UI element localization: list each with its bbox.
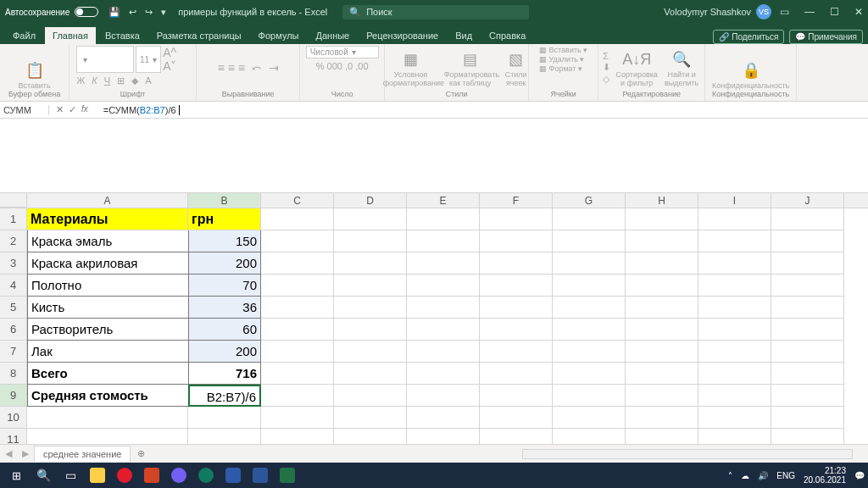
cell[interactable]: [698, 297, 771, 319]
privacy-button[interactable]: 🔒Конфиденциальность: [712, 59, 789, 90]
cell[interactable]: [188, 429, 261, 444]
bold-button[interactable]: Ж: [76, 75, 85, 86]
cell[interactable]: [407, 385, 480, 407]
tray-lang[interactable]: ENG: [776, 471, 795, 480]
cell[interactable]: [407, 230, 480, 252]
tray-chevron-icon[interactable]: ˄: [728, 471, 732, 480]
cell[interactable]: [626, 208, 698, 230]
col-header-H[interactable]: H: [626, 193, 698, 208]
cell[interactable]: [334, 407, 407, 429]
cell[interactable]: [334, 230, 407, 252]
cell[interactable]: [553, 252, 626, 274]
col-header-E[interactable]: E: [407, 193, 480, 208]
cell[interactable]: [407, 407, 480, 429]
cell[interactable]: [553, 407, 626, 429]
cell[interactable]: [771, 208, 844, 230]
row-header[interactable]: 4: [0, 274, 27, 297]
cell-B1[interactable]: грн: [188, 208, 261, 230]
cell[interactable]: [553, 230, 626, 252]
format-cells-button[interactable]: ▦ Формат ▾: [539, 64, 582, 73]
cell[interactable]: [261, 319, 334, 341]
cell[interactable]: [261, 274, 334, 297]
cell[interactable]: Краска эмаль: [27, 230, 188, 252]
cell[interactable]: [698, 319, 771, 341]
account-button[interactable]: Volodymyr Shashkov VS: [664, 4, 771, 19]
fx-icon[interactable]: fx: [81, 104, 88, 115]
cell[interactable]: 200: [188, 341, 261, 363]
col-header-J[interactable]: J: [771, 193, 844, 208]
font-family[interactable]: ▾: [76, 46, 134, 73]
col-header-G[interactable]: G: [553, 193, 626, 208]
cell[interactable]: 60: [188, 319, 261, 341]
cell[interactable]: [698, 341, 771, 363]
worksheet[interactable]: A B C D E F G H I J 1 Материалы грн 2 Кр…: [0, 193, 868, 444]
row-header[interactable]: 3: [0, 252, 27, 274]
sheet-nav-next[interactable]: ▶: [17, 448, 34, 459]
sort-filter-button[interactable]: А↓ЯСортировка и фильтр: [615, 48, 658, 87]
tab-help[interactable]: Справка: [481, 27, 533, 44]
select-all-corner[interactable]: [0, 193, 27, 208]
cell[interactable]: [407, 341, 480, 363]
sheet-nav-prev[interactable]: ◀: [0, 448, 17, 459]
cell[interactable]: [334, 341, 407, 363]
format-table-button[interactable]: ▤Форматировать как таблицу: [444, 48, 497, 87]
cell[interactable]: [771, 429, 844, 444]
cell[interactable]: [626, 363, 698, 385]
cell[interactable]: [480, 252, 553, 274]
cell[interactable]: [480, 319, 553, 341]
cell[interactable]: [261, 208, 334, 230]
tab-formulas[interactable]: Формулы: [251, 27, 307, 44]
task-view-icon[interactable]: ▭: [58, 464, 83, 486]
row-header[interactable]: 5: [0, 297, 27, 319]
cell[interactable]: Кисть: [27, 297, 188, 319]
col-header-F[interactable]: F: [480, 193, 553, 208]
cell[interactable]: [626, 230, 698, 252]
cell[interactable]: [27, 407, 188, 429]
col-header-C[interactable]: C: [261, 193, 334, 208]
cell[interactable]: Средняя стомость: [27, 385, 188, 407]
task-excel-icon[interactable]: [275, 464, 300, 486]
cell[interactable]: 150: [188, 230, 261, 252]
cell[interactable]: [553, 319, 626, 341]
sheet-tab[interactable]: среднее значение: [34, 446, 131, 462]
tab-data[interactable]: Данные: [308, 27, 357, 44]
tab-review[interactable]: Рецензирование: [359, 27, 446, 44]
maximize-icon[interactable]: ☐: [830, 6, 839, 18]
cell[interactable]: [553, 363, 626, 385]
cell[interactable]: [771, 385, 844, 407]
cell[interactable]: [480, 341, 553, 363]
minimize-icon[interactable]: —: [804, 6, 815, 18]
tray-onedrive-icon[interactable]: ☁: [741, 471, 749, 480]
cell[interactable]: [261, 363, 334, 385]
cell[interactable]: [553, 297, 626, 319]
cell[interactable]: [480, 230, 553, 252]
cell[interactable]: [771, 341, 844, 363]
task-search-icon[interactable]: 🔍: [31, 464, 56, 486]
col-header-I[interactable]: I: [698, 193, 771, 208]
cell[interactable]: [334, 208, 407, 230]
cell[interactable]: 36: [188, 297, 261, 319]
cell[interactable]: [407, 429, 480, 444]
border-button[interactable]: ⊞: [117, 75, 125, 86]
cell[interactable]: [188, 407, 261, 429]
formula-input[interactable]: =СУММ(B2:B7)/6: [100, 105, 868, 115]
find-button[interactable]: 🔍Найти и выделить: [663, 48, 700, 87]
cell[interactable]: Растворитель: [27, 319, 188, 341]
undo-icon[interactable]: ↩: [129, 7, 136, 18]
tray-clock[interactable]: 21:23 20.06.2021: [804, 466, 846, 485]
cell[interactable]: [407, 252, 480, 274]
cell[interactable]: [480, 407, 553, 429]
cell[interactable]: [771, 407, 844, 429]
tab-home[interactable]: Главная: [45, 27, 96, 44]
task-word-icon[interactable]: [248, 464, 273, 486]
task-opera-icon[interactable]: [112, 464, 137, 486]
add-sheet-button[interactable]: ⊕: [131, 448, 152, 459]
autosave-toggle[interactable]: [75, 7, 98, 17]
tab-file[interactable]: Файл: [5, 27, 43, 44]
save-icon[interactable]: 💾: [108, 7, 120, 18]
cell[interactable]: [261, 429, 334, 444]
font-color-button[interactable]: A: [145, 75, 151, 86]
cell-styles-button[interactable]: ▧Стили ячеек: [502, 48, 531, 87]
cell[interactable]: Всего: [27, 363, 188, 385]
conditional-format-button[interactable]: ▦Условное форматирование: [383, 48, 439, 87]
